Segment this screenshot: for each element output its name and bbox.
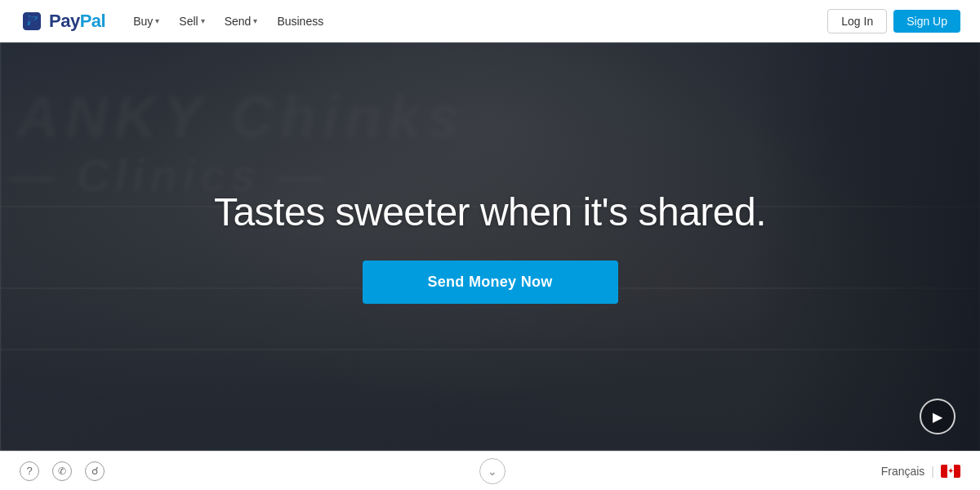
hero-headline: Tastes sweeter when it's shared.: [214, 189, 766, 234]
nav-item-sell[interactable]: Sell ▾: [171, 10, 212, 33]
footer-divider: |: [931, 465, 934, 478]
login-button[interactable]: Log In: [827, 9, 887, 33]
nav-item-buy[interactable]: Buy ▾: [125, 10, 167, 33]
send-chevron-icon: ▾: [253, 16, 257, 25]
hero-content: Tastes sweeter when it's shared. Send Mo…: [0, 42, 980, 451]
nav-item-business[interactable]: Business: [269, 10, 332, 33]
play-video-button[interactable]: ▶: [920, 399, 956, 434]
footer-icon-group: ? ✆ ☌: [20, 461, 105, 481]
nav-actions: Log In Sign Up: [827, 9, 960, 33]
chevron-down-icon: ⌄: [488, 465, 497, 478]
logo-area: PayPal: [20, 9, 105, 33]
footer-center: ⌄: [105, 458, 881, 484]
phone-icon-button[interactable]: ✆: [52, 461, 72, 481]
sell-chevron-icon: ▾: [201, 16, 205, 25]
signup-button[interactable]: Sign Up: [893, 10, 960, 33]
buy-chevron-icon: ▾: [155, 16, 159, 25]
help-icon-button[interactable]: ?: [20, 461, 39, 481]
country-flag-canada[interactable]: ✦: [941, 465, 960, 478]
nav-links: Buy ▾ Sell ▾ Send ▾ Business: [125, 10, 827, 33]
hero-section: ANKY Chinks — Clinics — Tastes sweeter w…: [0, 42, 980, 451]
flag-left-red: [941, 465, 947, 478]
flag-center-maple: ✦: [947, 465, 954, 478]
scroll-down-button[interactable]: ⌄: [479, 458, 506, 484]
search-icon-button[interactable]: ☌: [85, 461, 105, 481]
language-selector[interactable]: Français: [881, 465, 925, 478]
paypal-icon: [20, 9, 44, 33]
phone-icon: ✆: [58, 466, 66, 477]
help-icon: ?: [26, 465, 32, 477]
flag-right-red: [954, 465, 960, 478]
search-icon: ☌: [91, 465, 99, 477]
play-icon: ▶: [933, 409, 942, 425]
paypal-wordmark: PayPal: [49, 11, 105, 32]
send-money-button[interactable]: Send Money Now: [363, 261, 618, 304]
nav-item-send[interactable]: Send ▾: [216, 10, 266, 33]
navbar: PayPal Buy ▾ Sell ▾ Send ▾ Business Log …: [0, 0, 980, 42]
footer-bar: ? ✆ ☌ ⌄ Français | ✦: [0, 451, 980, 490]
paypal-logo[interactable]: PayPal: [20, 9, 105, 33]
footer-right: Français | ✦: [881, 465, 960, 478]
